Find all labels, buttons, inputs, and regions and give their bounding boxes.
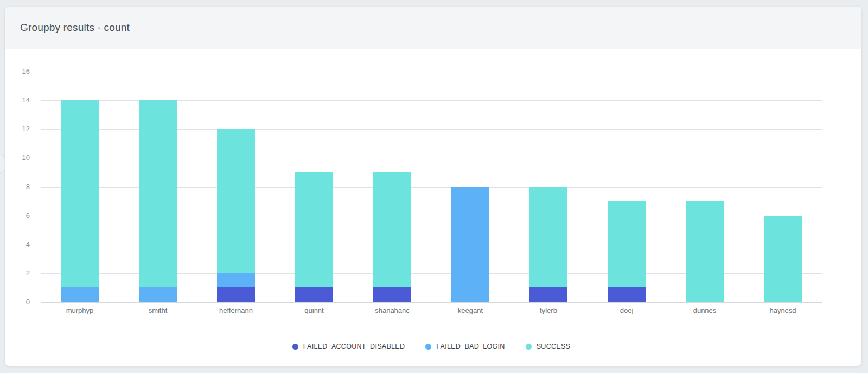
x-axis-label-murphyp: murphyp	[41, 306, 119, 314]
y-axis-tick-0: 0	[5, 298, 30, 306]
widget-header: Groupby results - count	[5, 7, 861, 49]
bar-doej[interactable]	[608, 72, 646, 302]
bar-band-keegant	[431, 72, 509, 302]
bar-band-murphyp	[41, 72, 119, 302]
bar-band-dunnes	[666, 72, 744, 302]
legend-label-FAILED_BAD_LOGIN: FAILED_BAD_LOGIN	[436, 343, 505, 350]
bar-segment-murphyp-FAILED_BAD_LOGIN[interactable]	[61, 287, 99, 302]
x-axis-label-keegant: keegant	[431, 306, 509, 314]
bar-segment-smitht-FAILED_BAD_LOGIN[interactable]	[139, 287, 177, 302]
bar-segment-doej-FAILED_ACCOUNT_DISABLED[interactable]	[608, 287, 646, 302]
bar-tylerb[interactable]	[529, 72, 567, 302]
bar-segment-heffernann-FAILED_ACCOUNT_DISABLED[interactable]	[217, 287, 255, 302]
x-axis-label-shanahanc: shanahanc	[353, 306, 431, 314]
x-axis-label-tylerb: tylerb	[509, 306, 588, 314]
legend-item-SUCCESS[interactable]: SUCCESS	[526, 343, 571, 350]
bar-segment-haynesd-SUCCESS[interactable]	[764, 216, 802, 302]
bar-band-smitht	[119, 72, 197, 302]
bar-band-haynesd	[744, 72, 822, 302]
bar-band-shanahanc	[353, 72, 431, 302]
bar-segment-murphyp-SUCCESS[interactable]	[61, 100, 99, 287]
bar-band-tylerb	[509, 72, 588, 302]
legend-label-FAILED_ACCOUNT_DISABLED: FAILED_ACCOUNT_DISABLED	[303, 343, 405, 350]
bar-segment-dunnes-SUCCESS[interactable]	[686, 201, 724, 302]
bar-smitht[interactable]	[139, 72, 177, 302]
legend-label-SUCCESS: SUCCESS	[537, 343, 571, 350]
widget-title: Groupby results - count	[20, 22, 130, 34]
bar-segment-shanahanc-FAILED_ACCOUNT_DISABLED[interactable]	[373, 287, 411, 302]
y-axis-tick-6: 6	[5, 211, 30, 220]
chart-legend: FAILED_ACCOUNT_DISABLEDFAILED_BAD_LOGINS…	[41, 343, 822, 350]
bar-segment-heffernann-FAILED_BAD_LOGIN[interactable]	[217, 273, 255, 288]
y-axis-tick-8: 8	[5, 183, 30, 191]
bar-segment-keegant-FAILED_BAD_LOGIN[interactable]	[451, 187, 489, 303]
x-axis-label-heffernann: heffernann	[197, 306, 275, 314]
legend-dot-SUCCESS	[526, 344, 532, 350]
legend-dot-FAILED_ACCOUNT_DISABLED	[292, 344, 298, 350]
y-axis-tick-4: 4	[5, 240, 30, 249]
bar-segment-heffernann-SUCCESS[interactable]	[217, 129, 255, 273]
x-axis-label-quinnt: quinnt	[275, 306, 353, 314]
y-axis-tick-16: 16	[5, 67, 30, 76]
bar-band-doej	[588, 72, 666, 302]
y-axis-tick-10: 10	[5, 153, 30, 162]
bar-segment-doej-SUCCESS[interactable]	[608, 201, 646, 287]
bar-segment-shanahanc-SUCCESS[interactable]	[373, 172, 411, 288]
y-axis-tick-2: 2	[5, 269, 30, 278]
x-axis-label-haynesd: haynesd	[744, 306, 822, 314]
bar-heffernann[interactable]	[217, 72, 255, 302]
bar-segment-tylerb-FAILED_ACCOUNT_DISABLED[interactable]	[529, 287, 567, 302]
plot-area	[41, 72, 822, 302]
legend-item-FAILED_ACCOUNT_DISABLED[interactable]: FAILED_ACCOUNT_DISABLED	[292, 343, 405, 350]
legend-dot-FAILED_BAD_LOGIN	[425, 344, 431, 350]
bar-haynesd[interactable]	[764, 72, 802, 302]
bar-band-heffernann	[197, 72, 275, 302]
bar-murphyp[interactable]	[61, 72, 99, 302]
bar-segment-tylerb-SUCCESS[interactable]	[529, 187, 567, 288]
bar-dunnes[interactable]	[686, 72, 724, 302]
bar-keegant[interactable]	[451, 72, 489, 302]
y-axis-tick-12: 12	[5, 125, 30, 133]
groupby-widget-card: Groupby results - count FAILED_ACCOUNT_D…	[5, 7, 861, 366]
bar-shanahanc[interactable]	[373, 72, 411, 302]
bar-segment-smitht-SUCCESS[interactable]	[139, 100, 177, 287]
gridline-y-0	[41, 302, 822, 303]
x-axis-label-smitht: smitht	[119, 306, 197, 314]
bar-band-quinnt	[275, 72, 353, 302]
legend-item-FAILED_BAD_LOGIN[interactable]: FAILED_BAD_LOGIN	[425, 343, 505, 350]
stacked-bar-chart: FAILED_ACCOUNT_DISABLEDFAILED_BAD_LOGINS…	[5, 49, 861, 366]
x-axis-label-dunnes: dunnes	[666, 306, 744, 314]
y-axis-tick-14: 14	[5, 96, 30, 105]
bar-segment-quinnt-SUCCESS[interactable]	[295, 172, 333, 288]
bar-quinnt[interactable]	[295, 72, 333, 302]
bar-segment-quinnt-FAILED_ACCOUNT_DISABLED[interactable]	[295, 287, 333, 302]
x-axis-label-doej: doej	[588, 306, 666, 314]
